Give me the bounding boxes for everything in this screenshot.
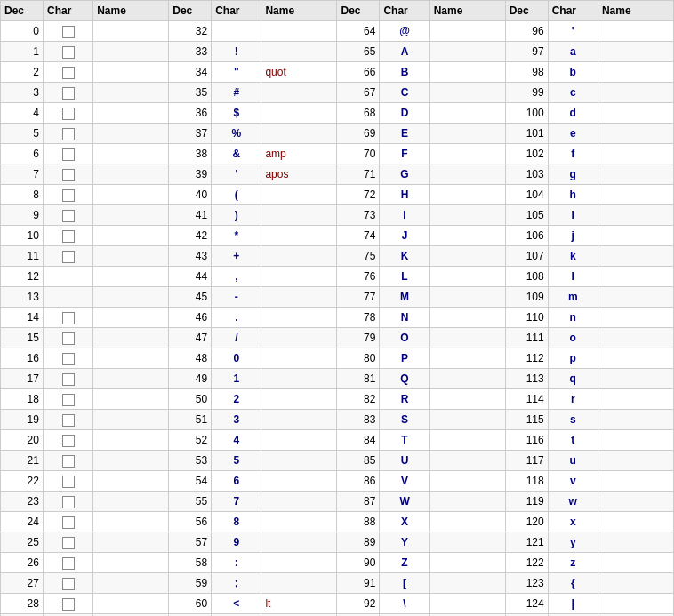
name-value [93,553,169,573]
dec-value: 42 [169,226,212,246]
name-value [429,246,505,267]
char-value: i [548,205,598,226]
char-value: Y [380,532,429,553]
char-value: / [212,328,261,348]
name-value [598,103,673,124]
name-value [429,42,505,62]
table-row: 1951383S115s [1,410,674,430]
dec-value: 105 [505,205,548,226]
dec-value: 53 [169,451,212,471]
name-value [93,267,169,287]
table-row: 1850282R114r [1,389,674,410]
dec-value: 50 [169,389,212,410]
char-value: 4 [212,430,261,451]
name-value [261,430,337,451]
name-value [598,553,673,573]
char-value: e [548,124,598,144]
dec-value: 119 [505,492,548,512]
name-value [93,83,169,103]
dec-value: 10 [1,226,44,246]
name-value [598,226,673,246]
char-value [43,226,92,246]
dec-value: 6 [1,144,44,164]
char-value [43,42,92,62]
dec-value: 59 [169,573,212,594]
dec-value: 45 [169,287,212,308]
name-value [429,287,505,308]
name-value [598,124,673,144]
table-row: 739'apos71G103g [1,164,674,185]
header-row: Dec Char Name Dec Char Name Dec Char Nam… [1,1,674,21]
dec-value: 101 [505,124,548,144]
char-value: 3 [212,410,261,430]
table-row: 537%69E101e [1,124,674,144]
name-value [598,62,673,83]
name-value [261,205,337,226]
dec-value: 1 [1,42,44,62]
dec-value: 108 [505,267,548,287]
name-value: lt [261,594,337,614]
table-row: 1042*74J106j [1,226,674,246]
char-value: Z [380,553,429,573]
dec-value: 33 [169,42,212,62]
name-value [261,553,337,573]
dec-value: 113 [505,369,548,389]
char-value: b [548,62,598,83]
dec-value: 7 [1,164,44,185]
dec-value: 81 [337,369,380,389]
table-row: 1143+75K107k [1,246,674,267]
name-value [93,512,169,532]
name-value [598,451,673,471]
char-value: < [212,594,261,614]
table-row: 032 64@96' [1,21,674,42]
dec-value: 122 [505,553,548,573]
name-value [598,532,673,553]
dec-value: 69 [337,124,380,144]
char-value: k [548,246,598,267]
dec-value: 13 [1,287,44,308]
dec-value: 121 [505,532,548,553]
char-value: r [548,389,598,410]
char-value: f [548,144,598,164]
name-value [93,430,169,451]
col-char-3: Char [380,1,429,21]
char-value [43,348,92,369]
char-value [43,532,92,553]
dec-value: 89 [337,532,380,553]
char-value: L [380,267,429,287]
dec-value: 71 [337,164,380,185]
dec-value: 37 [169,124,212,144]
dec-value: 56 [169,512,212,532]
name-value [429,410,505,430]
char-value: Q [380,369,429,389]
name-value [429,185,505,205]
dec-value: 115 [505,410,548,430]
table-row: 2658:90Z122z [1,553,674,573]
dec-value: 114 [505,389,548,410]
dec-value: 12 [1,267,44,287]
name-value [93,451,169,471]
dec-value: 2 [1,62,44,83]
dec-value: 77 [337,287,380,308]
dec-value: 11 [1,246,44,267]
dec-value: 35 [169,83,212,103]
char-value: - [212,287,261,308]
name-value [598,21,673,42]
dec-value: 20 [1,430,44,451]
table-row: 1749181Q113q [1,369,674,389]
dec-value: 86 [337,471,380,492]
name-value [598,164,673,185]
char-value: w [548,492,598,512]
dec-value: 18 [1,389,44,410]
char-value: n [548,308,598,328]
dec-value: 124 [505,594,548,614]
col-name-2: Name [261,1,337,21]
char-value [43,83,92,103]
table-row: 2052484T116t [1,430,674,451]
char-value: 5 [212,451,261,471]
dec-value: 4 [1,103,44,124]
name-value [261,348,337,369]
char-value [43,205,92,226]
name-value [429,124,505,144]
name-value [261,369,337,389]
